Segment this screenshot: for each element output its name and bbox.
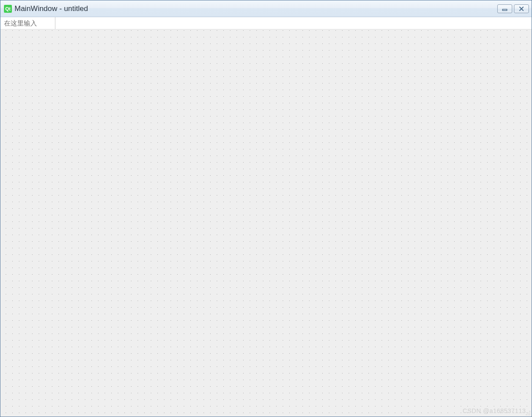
qt-app-icon: Qt: [4, 5, 12, 13]
qt-icon-label: Qt: [5, 6, 11, 11]
minimize-icon: [502, 6, 508, 11]
minimize-button[interactable]: [497, 4, 512, 13]
window-title: MainWindow - untitled: [15, 4, 497, 13]
main-window: Qt MainWindow - untitled: [0, 0, 532, 417]
close-icon: [518, 6, 525, 11]
window-controls: [497, 4, 529, 13]
close-button[interactable]: [514, 4, 529, 13]
resize-grip[interactable]: [525, 410, 531, 416]
menubar: [0, 17, 532, 29]
menu-type-here-input[interactable]: [0, 17, 55, 29]
resize-grip-icon: [525, 410, 531, 416]
svg-point-6: [529, 414, 530, 415]
svg-point-3: [529, 413, 530, 413]
svg-point-1: [529, 411, 530, 412]
titlebar[interactable]: Qt MainWindow - untitled: [0, 0, 532, 17]
svg-rect-0: [503, 9, 507, 11]
svg-point-4: [526, 414, 527, 415]
svg-point-5: [528, 414, 528, 415]
svg-point-2: [528, 413, 528, 413]
form-designer-canvas[interactable]: [0, 29, 532, 417]
